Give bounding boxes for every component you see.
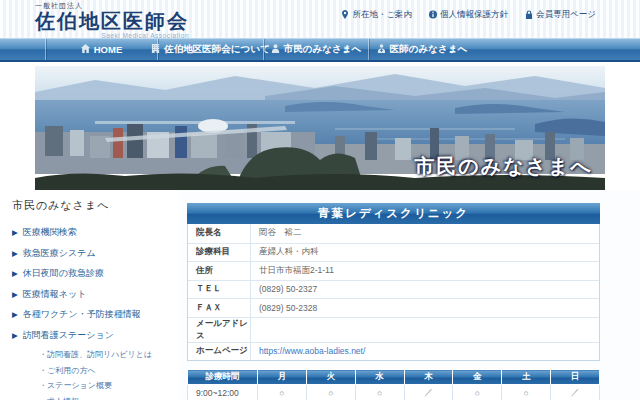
- main-nav: HOME佐伯地区医師会について市民のみなさまへ医師のみなさまへ: [0, 38, 640, 62]
- nav-item-label: 佐伯地区医師会について: [164, 43, 269, 56]
- schedule-table: 診療時間月火水木金土日 9:00~12:00○○○／○○／: [187, 369, 600, 400]
- sidebar-item-label: 訪問看護ステーション: [23, 329, 114, 342]
- clinic-field-row: メールアドレス: [188, 317, 599, 342]
- clinic-field-value-link[interactable]: https://www.aoba-ladies.net/: [250, 343, 599, 361]
- clinic-field-label: 住所: [188, 265, 250, 277]
- sidebar-item-label: 救急医療システム: [23, 247, 96, 260]
- clinic-field-value: (0829) 50-2328: [250, 299, 599, 317]
- sidebar-item-label: 休日夜間の救急診療: [23, 267, 104, 280]
- nav-item-label: HOME: [94, 44, 123, 55]
- clinic-field-value: (0829) 50-2327: [250, 281, 599, 299]
- schedule-header-cell: 診療時間: [188, 370, 258, 385]
- clinic-field-row: ＴＥＬ(0829) 50-2327: [188, 280, 599, 299]
- clinic-field-value: [250, 318, 599, 342]
- clinic-title-bar: 青葉レディスクリニック: [187, 203, 600, 224]
- schedule-mark-cell: ○: [502, 385, 551, 400]
- page-content: 市民のみなさまへ ▶医療機関検索▶救急医療システム▶休日夜間の救急診療▶医療情報…: [0, 190, 640, 400]
- clinic-info-table: 院長名岡谷 裕二診療科目産婦人科・内科住所廿日市市福面2-1-11ＴＥＬ(082…: [187, 224, 600, 361]
- sidebar-item[interactable]: ▶医療機関検索: [12, 226, 174, 239]
- schedule-row: 9:00~12:00○○○／○○／: [188, 385, 600, 400]
- lock-icon: [525, 10, 533, 21]
- home-icon: [81, 44, 90, 55]
- schedule-header-cell: 木: [404, 370, 453, 385]
- nav-item-1[interactable]: 佐伯地区医師会について: [157, 39, 263, 60]
- schedule-mark-cell: ／: [551, 385, 600, 400]
- schedule-header-cell: 金: [453, 370, 502, 385]
- building-icon: [151, 44, 160, 55]
- triangle-right-icon: ▶: [12, 249, 18, 258]
- sidebar-item[interactable]: ▶救急医療システム: [12, 247, 174, 260]
- clinic-field-value: 岡谷 裕二: [250, 224, 599, 243]
- clinic-field-row: ＦＡＸ(0829) 50-2328: [188, 298, 599, 317]
- sidebar-item[interactable]: ▶休日夜間の救急診療: [12, 267, 174, 280]
- site-header: 一般社団法人 佐伯地区医師会 Saeki Medical Association…: [0, 0, 640, 38]
- clinic-field-label: メールアドレス: [188, 318, 250, 342]
- site-logo[interactable]: 一般社団法人 佐伯地区医師会 Saeki Medical Association: [35, 1, 189, 39]
- main-panel: 青葉レディスクリニック 院長名岡谷 裕二診療科目産婦人科・内科住所廿日市市福面2…: [180, 190, 640, 400]
- schedule-header-cell: 日: [551, 370, 600, 385]
- sidebar-item[interactable]: ▶訪問看護ステーション: [12, 329, 174, 342]
- utility-link-lock[interactable]: 会員専用ページ: [525, 9, 596, 21]
- sidebar-item[interactable]: ▶各種ワクチン・予防接種情報: [12, 308, 174, 321]
- sidebar-item[interactable]: ▶医療情報ネット: [12, 288, 174, 301]
- utility-link-label: 会員専用ページ: [536, 9, 596, 21]
- clinic-field-row: 診療科目産婦人科・内科: [188, 243, 599, 262]
- site-title: 佐伯地区医師会: [35, 11, 189, 32]
- sidebar-subitem[interactable]: ・訪問看護、訪問リハビリとは: [39, 349, 174, 360]
- sidebar-heading: 市民のみなさまへ: [12, 198, 174, 213]
- clinic-field-label: ホームページ: [188, 345, 250, 357]
- sidebar-menu: 市民のみなさまへ ▶医療機関検索▶救急医療システム▶休日夜間の救急診療▶医療情報…: [0, 190, 180, 400]
- sidebar-item-label: 各種ワクチン・予防接種情報: [23, 308, 141, 321]
- map-pin-icon: [341, 10, 349, 21]
- sidebar-subitem[interactable]: ・ご利用の方へ: [39, 365, 174, 376]
- schedule-time-cell: 9:00~12:00: [188, 385, 258, 400]
- utility-link-info[interactable]: 個人情報保護方針: [429, 9, 508, 21]
- clinic-field-row: 住所廿日市市福面2-1-11: [188, 261, 599, 280]
- sidebar-subitem[interactable]: ・求人情報: [39, 396, 174, 400]
- schedule-mark-cell: ○: [355, 385, 404, 400]
- sidebar-list: ▶医療機関検索▶救急医療システム▶休日夜間の救急診療▶医療情報ネット▶各種ワクチ…: [12, 226, 174, 400]
- clinic-field-label: 院長名: [188, 227, 250, 239]
- clinic-field-row: 院長名岡谷 裕二: [188, 224, 599, 243]
- sidebar-subitem[interactable]: ・ステーション概要: [39, 380, 174, 391]
- clinic-field-label: ＴＥＬ: [188, 283, 250, 295]
- sidebar-item-label: 医療情報ネット: [23, 288, 87, 301]
- triangle-right-icon: ▶: [12, 310, 18, 319]
- schedule-mark-cell: ／: [404, 385, 453, 400]
- schedule-mark-cell: ○: [453, 385, 502, 400]
- hero-image: 市民のみなさまへ: [35, 66, 605, 190]
- schedule-header-row: 診療時間月火水木金土日: [188, 370, 600, 385]
- schedule-header-cell: 水: [355, 370, 404, 385]
- utility-link-label: 個人情報保護方針: [440, 9, 508, 21]
- hero-caption: 市民のみなさまへ: [414, 153, 593, 180]
- clinic-field-label: 診療科目: [188, 246, 250, 258]
- nav-item-2[interactable]: 市民のみなさまへ: [263, 39, 368, 60]
- utility-link-map-pin[interactable]: 所在地・ご案内: [341, 9, 412, 21]
- triangle-right-icon: ▶: [12, 331, 18, 340]
- utility-link-label: 所在地・ご案内: [352, 9, 412, 21]
- triangle-right-icon: ▶: [12, 269, 18, 278]
- doctor-icon: [377, 44, 386, 55]
- schedule-header-cell: 土: [502, 370, 551, 385]
- triangle-right-icon: ▶: [12, 290, 18, 299]
- clinic-field-row: ホームページhttps://www.aoba-ladies.net/: [188, 342, 599, 361]
- nav-item-label: 市民のみなさまへ: [284, 43, 361, 56]
- nav-item-label: 医師のみなさまへ: [390, 43, 467, 56]
- sidebar-item-label: 医療機関検索: [23, 226, 77, 239]
- clinic-field-label: ＦＡＸ: [188, 302, 250, 314]
- triangle-right-icon: ▶: [12, 228, 18, 237]
- schedule-mark-cell: ○: [258, 385, 307, 400]
- schedule-header-cell: 月: [258, 370, 307, 385]
- schedule-header-cell: 火: [306, 370, 355, 385]
- nav-filler: [475, 39, 640, 60]
- nav-item-3[interactable]: 医師のみなさまへ: [368, 39, 475, 60]
- utility-links: 所在地・ご案内個人情報保護方針会員専用ページ: [341, 9, 596, 21]
- nav-spacer: [0, 39, 45, 60]
- nav-item-home[interactable]: HOME: [45, 39, 157, 60]
- clinic-field-value: 産婦人科・内科: [250, 244, 599, 262]
- schedule-mark-cell: ○: [306, 385, 355, 400]
- person-icon: [271, 44, 280, 55]
- clinic-field-value: 廿日市市福面2-1-11: [250, 262, 599, 280]
- info-icon: [429, 10, 437, 21]
